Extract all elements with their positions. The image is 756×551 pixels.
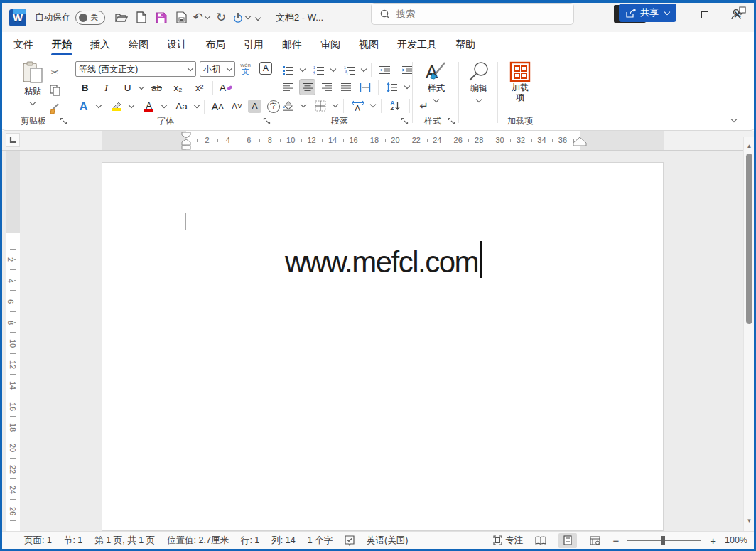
styles-dialog-launcher-icon[interactable] xyxy=(448,117,456,126)
tab-file[interactable]: 文件 xyxy=(4,32,43,58)
autosave-toggle[interactable]: 关 xyxy=(75,11,105,25)
status-page-of[interactable]: 第 1 页, 共 1 页 xyxy=(94,535,155,547)
clipboard-dialog-launcher-icon[interactable] xyxy=(60,117,68,126)
zoom-percent[interactable]: 100% xyxy=(725,535,747,545)
text-effects-button[interactable]: A xyxy=(75,98,92,114)
status-language[interactable]: 英语(美国) xyxy=(367,535,408,547)
format-painter-icon[interactable] xyxy=(47,100,63,117)
tab-mailings[interactable]: 邮件 xyxy=(273,32,311,58)
bold-button[interactable]: B xyxy=(77,80,93,96)
print-preview-icon[interactable] xyxy=(172,8,190,28)
tab-review[interactable]: 审阅 xyxy=(311,32,350,58)
increase-indent-icon[interactable] xyxy=(399,62,416,78)
paragraph-dialog-launcher-icon[interactable] xyxy=(401,117,409,126)
change-case-dropdown-icon[interactable] xyxy=(194,102,200,108)
paste-button[interactable]: 粘贴 xyxy=(17,61,48,105)
vertical-ruler[interactable]: 2468101214161820222426 xyxy=(6,151,20,531)
multilevel-list-button[interactable]: 1ai xyxy=(341,62,357,78)
copy-icon[interactable] xyxy=(47,82,63,98)
status-word-count[interactable]: 1 个字 xyxy=(308,535,333,547)
print-layout-button[interactable] xyxy=(558,533,577,548)
font-color-button[interactable]: A xyxy=(141,98,157,114)
status-position[interactable]: 位置值: 2.7厘米 xyxy=(167,535,229,547)
open-folder-icon[interactable] xyxy=(112,8,131,28)
document-text[interactable]: www.mefcl.com xyxy=(285,245,478,279)
styles-button[interactable]: A 样式 xyxy=(418,61,454,102)
comments-person-icon[interactable] xyxy=(726,4,750,23)
status-column[interactable]: 列: 14 xyxy=(271,535,295,547)
hanging-indent-marker[interactable] xyxy=(181,139,191,150)
italic-button[interactable]: I xyxy=(98,80,114,96)
borders-dropdown-icon[interactable] xyxy=(333,102,338,107)
line-spacing-button[interactable] xyxy=(384,79,400,95)
zoom-in-icon[interactable]: + xyxy=(710,535,716,547)
character-border-button[interactable]: A xyxy=(259,62,272,75)
status-page-number[interactable]: 页面: 1 xyxy=(24,535,52,547)
scroll-down-icon[interactable]: ▼ xyxy=(744,515,755,525)
document-page[interactable]: www.mefcl.com xyxy=(102,162,664,531)
addins-button[interactable]: 加载项 xyxy=(503,61,537,102)
align-right-icon[interactable] xyxy=(318,79,335,95)
shrink-font-button[interactable]: A˅ xyxy=(229,98,245,114)
maximize-button[interactable] xyxy=(688,0,721,29)
font-color-dropdown-icon[interactable] xyxy=(161,102,167,108)
first-line-indent-marker[interactable] xyxy=(181,132,191,139)
distribute-text-icon[interactable] xyxy=(357,79,373,95)
zoom-out-icon[interactable]: − xyxy=(612,535,619,547)
new-document-icon[interactable] xyxy=(132,8,151,28)
tab-developer[interactable]: 开发工具 xyxy=(388,32,446,58)
zoom-slider[interactable] xyxy=(627,540,701,541)
shading-button[interactable] xyxy=(280,97,296,114)
font-size-combo[interactable]: 小初 xyxy=(200,61,235,77)
redo-icon[interactable]: ↻ xyxy=(212,8,230,28)
tab-draw[interactable]: 绘图 xyxy=(119,32,158,58)
status-line[interactable]: 行: 1 xyxy=(241,535,259,547)
clear-formatting-button[interactable]: A xyxy=(218,80,234,96)
font-dialog-launcher-icon[interactable] xyxy=(263,117,271,126)
bullets-button[interactable] xyxy=(280,62,296,78)
superscript-button[interactable]: x² xyxy=(191,80,207,96)
zoom-slider-handle[interactable] xyxy=(662,536,665,545)
numbering-dropdown-icon[interactable] xyxy=(330,66,336,72)
tab-layout[interactable]: 布局 xyxy=(196,32,234,58)
tab-design[interactable]: 设计 xyxy=(158,32,196,58)
scroll-up-icon[interactable]: ▲ xyxy=(744,141,755,151)
change-case-button[interactable]: Aa xyxy=(173,98,190,114)
bullets-dropdown-icon[interactable] xyxy=(300,66,306,72)
decrease-indent-icon[interactable] xyxy=(377,62,393,78)
shading-dropdown-icon[interactable] xyxy=(301,102,306,107)
undo-button[interactable]: ↶ xyxy=(192,8,210,28)
cut-icon[interactable]: ✂ xyxy=(47,63,63,80)
underline-button[interactable]: U xyxy=(119,80,136,96)
save-icon[interactable] xyxy=(152,8,171,28)
tab-insert[interactable]: 插入 xyxy=(81,32,119,58)
sort-button[interactable]: AZ xyxy=(387,97,404,114)
subscript-button[interactable]: x₂ xyxy=(170,80,186,96)
line-spacing-dropdown-icon[interactable] xyxy=(404,83,410,89)
touch-mouse-mode-button[interactable] xyxy=(232,8,250,28)
word-logo-icon[interactable]: W xyxy=(9,9,26,26)
strikethrough-button[interactable]: ab xyxy=(148,80,165,96)
search-input[interactable] xyxy=(396,9,553,19)
search-box[interactable] xyxy=(371,3,574,25)
document-text-line[interactable]: www.mefcl.com xyxy=(102,241,664,279)
tab-view[interactable]: 视图 xyxy=(350,32,388,58)
character-shading-button[interactable]: A xyxy=(248,100,261,113)
customize-qat-icon[interactable] xyxy=(252,8,264,28)
highlight-button[interactable] xyxy=(108,98,124,114)
scrollbar-thumb[interactable] xyxy=(746,154,752,324)
collapse-ribbon-icon[interactable] xyxy=(728,114,740,124)
grow-font-button[interactable]: A˄ xyxy=(210,98,226,114)
touch-mode-dropdown-icon[interactable] xyxy=(244,14,250,19)
editing-button[interactable]: 编辑 xyxy=(462,61,496,102)
status-section[interactable]: 节: 1 xyxy=(64,535,82,547)
underline-dropdown-icon[interactable] xyxy=(139,84,144,90)
focus-button[interactable]: 专注 xyxy=(493,535,523,547)
numbering-button[interactable]: 123 xyxy=(310,62,327,78)
share-button[interactable]: 共享 xyxy=(619,4,676,22)
undo-dropdown-icon[interactable] xyxy=(204,14,210,19)
proofing-icon[interactable] xyxy=(345,535,355,546)
phonetic-guide-button[interactable]: wén 文 xyxy=(237,60,254,76)
align-center-icon[interactable] xyxy=(299,79,315,95)
highlight-dropdown-icon[interactable] xyxy=(129,102,134,108)
